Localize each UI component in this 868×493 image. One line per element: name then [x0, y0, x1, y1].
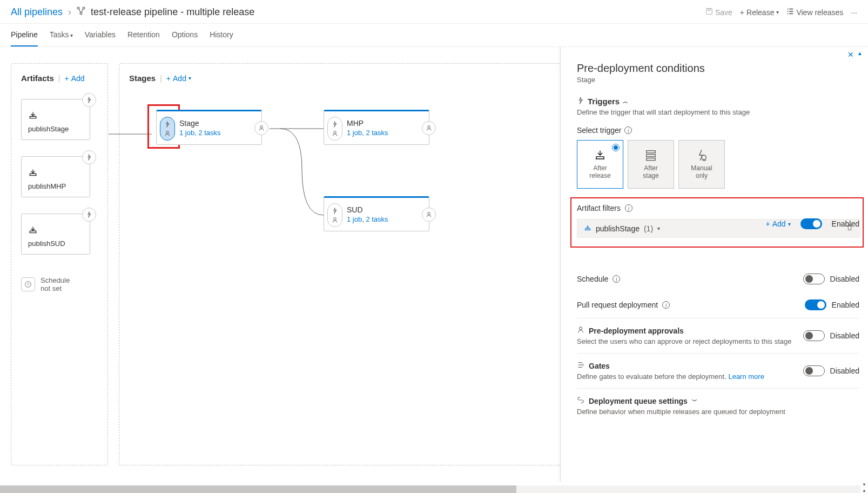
schedule-box[interactable]: Schedule not set	[21, 276, 98, 292]
approvals-description: Select the users who can approve or reje…	[577, 337, 791, 345]
trigger-badge[interactable]	[82, 150, 96, 164]
schedule-label: Schedule not set	[41, 276, 70, 292]
save-icon	[705, 8, 713, 17]
canvas: Artifacts | +Add publishStage publishMHP…	[0, 47, 868, 482]
tab-retention[interactable]: Retention	[127, 24, 160, 46]
person-icon	[577, 326, 584, 335]
svg-point-11	[428, 126, 430, 129]
tab-options[interactable]: Options	[172, 24, 198, 46]
plus-icon: +	[740, 8, 744, 17]
add-filter-button[interactable]: +Add ▾	[766, 219, 791, 228]
tab-tasks[interactable]: Tasks▾	[50, 24, 73, 46]
trigger-badge[interactable]	[82, 93, 96, 107]
info-icon[interactable]: i	[624, 126, 632, 134]
approvals-toggle[interactable]	[803, 330, 825, 341]
schedule-toggle[interactable]	[803, 274, 825, 284]
post-deployment-button[interactable]	[422, 208, 436, 222]
side-panel: ✕ ▲ Pre-deployment conditions Stage Trig…	[560, 47, 868, 482]
pull-request-toggle[interactable]	[805, 299, 826, 310]
artifact-card[interactable]: publishStage	[21, 99, 90, 140]
chevron-down-icon: ▾	[189, 75, 191, 81]
post-deployment-button[interactable]	[254, 121, 268, 135]
artifacts-column: Artifacts | +Add publishStage publishMHP…	[11, 63, 108, 465]
trigger-badge[interactable]	[82, 208, 96, 222]
schedule-label: Schedule	[577, 275, 608, 283]
more-button[interactable]: ···	[851, 8, 857, 17]
tab-pipeline[interactable]: Pipeline	[11, 24, 38, 46]
page-title: test-release pipeline - multiple release	[91, 6, 254, 18]
add-stage-button[interactable]: +Add ▾	[166, 74, 191, 83]
tab-variables[interactable]: Variables	[85, 24, 116, 46]
save-button: Save	[705, 8, 732, 17]
svg-point-1	[83, 7, 85, 9]
approvals-label: Pre-deployment approvals	[589, 327, 684, 335]
list-icon	[786, 8, 794, 17]
pre-deployment-button[interactable]	[327, 117, 342, 141]
svg-point-13	[428, 212, 430, 215]
artifact-name: publishMHP	[28, 182, 83, 190]
gates-description: Define gates to evaluate before the depl…	[577, 372, 726, 381]
chevron-down-icon: ▾	[70, 32, 73, 38]
plus-icon: +	[766, 219, 770, 228]
top-actions: Save + Release ▾ View releases ···	[705, 8, 857, 17]
svg-rect-3	[706, 9, 712, 15]
chevron-down-icon: ▾	[657, 225, 660, 231]
package-icon	[584, 224, 591, 233]
collapse-up-icon[interactable]: ▲	[857, 50, 863, 59]
plus-icon: +	[65, 74, 69, 83]
tabs: Pipeline Tasks▾ Variables Retention Opti…	[0, 24, 868, 47]
pipeline-icon	[77, 6, 85, 18]
stage-card[interactable]: MHP 1 job, 2 tasks	[324, 110, 429, 145]
artifact-filters-toggle[interactable]	[800, 218, 822, 229]
stage-name: SUD	[347, 205, 422, 214]
svg-rect-4	[708, 9, 710, 11]
radio-icon	[612, 144, 620, 151]
svg-point-10	[334, 131, 337, 134]
learn-more-link[interactable]: Learn more	[728, 372, 764, 381]
package-icon	[28, 110, 83, 122]
stage-tasks-link[interactable]: 1 job, 2 tasks	[347, 215, 422, 223]
panel-subtitle: Stage	[577, 76, 859, 84]
queue-section-header[interactable]: Deployment queue settings ﹀	[577, 396, 785, 405]
triggers-section-header[interactable]: Triggers ︿	[577, 97, 859, 106]
info-icon[interactable]: i	[613, 275, 620, 283]
stage-card[interactable]: SUD 1 job, 2 tasks	[324, 196, 429, 231]
info-icon[interactable]: i	[662, 301, 670, 309]
svg-point-0	[77, 7, 79, 9]
svg-point-18	[579, 327, 582, 330]
svg-point-8	[260, 126, 263, 129]
package-icon	[28, 225, 83, 236]
tab-history[interactable]: History	[210, 24, 233, 46]
lightning-icon	[577, 97, 584, 106]
view-releases-button[interactable]: View releases	[786, 8, 843, 17]
trigger-after-stage[interactable]: After stage	[628, 140, 674, 189]
svg-point-7	[166, 131, 169, 134]
artifact-name: publishSUD	[28, 239, 83, 248]
stage-tasks-link[interactable]: 1 job, 2 tasks	[179, 129, 255, 137]
trigger-after-release[interactable]: After release	[577, 140, 623, 189]
svg-rect-14	[647, 151, 656, 153]
release-button[interactable]: + Release ▾	[740, 8, 779, 17]
stage-name: Stage	[179, 119, 255, 128]
chevron-down-icon: ▾	[776, 9, 779, 15]
svg-point-12	[334, 217, 337, 220]
gate-icon	[577, 361, 584, 370]
artifact-card[interactable]: publishSUD	[21, 214, 90, 255]
info-icon[interactable]: i	[625, 204, 633, 212]
pull-request-label: Pull request deployment	[577, 301, 658, 309]
link-icon	[577, 396, 584, 405]
breadcrumb-root[interactable]: All pipelines	[11, 6, 63, 18]
stage-tasks-link[interactable]: 1 job, 2 tasks	[347, 129, 422, 137]
trigger-manual-only[interactable]: Manual only	[678, 140, 725, 189]
stage-card[interactable]: Stage 1 job, 2 tasks	[156, 110, 262, 145]
pre-deployment-button[interactable]	[160, 117, 175, 141]
post-deployment-button[interactable]	[422, 121, 436, 135]
panel-title: Pre-deployment conditions	[577, 62, 859, 75]
artifact-card[interactable]: publishMHP	[21, 156, 90, 197]
pre-deployment-button[interactable]	[327, 203, 342, 227]
close-button[interactable]: ✕	[847, 50, 854, 59]
svg-point-17	[702, 155, 706, 159]
select-trigger-label: Select trigger i	[577, 126, 859, 135]
add-artifact-button[interactable]: +Add	[65, 74, 85, 83]
gates-toggle[interactable]	[803, 365, 825, 376]
